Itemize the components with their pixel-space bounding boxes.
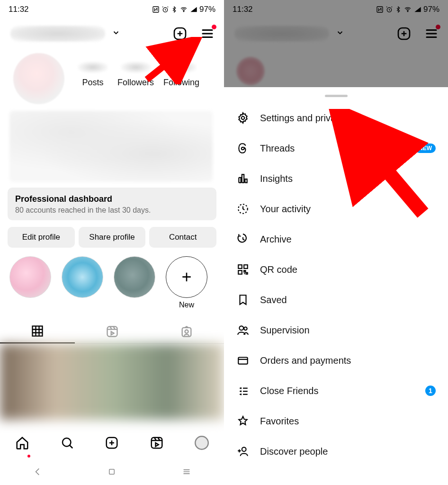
status-bar: 11:32 97% bbox=[0, 0, 224, 19]
menu-label: Supervision bbox=[260, 325, 310, 336]
menu-screen: 11:32 97% bbox=[224, 0, 448, 485]
menu-item-activity[interactable]: Your activity bbox=[224, 194, 448, 224]
svg-point-16 bbox=[407, 11, 408, 12]
svg-rect-25 bbox=[238, 358, 248, 364]
svg-point-8 bbox=[63, 438, 71, 447]
menu-label: Threads bbox=[260, 143, 295, 154]
menu-item-supervision[interactable]: Supervision bbox=[224, 315, 448, 345]
edit-profile-button[interactable]: Edit profile bbox=[8, 227, 75, 248]
highlight-3[interactable] bbox=[114, 256, 155, 298]
tab-reels[interactable] bbox=[75, 320, 150, 343]
contact-button[interactable]: Contact bbox=[149, 227, 216, 248]
status-battery: 97% bbox=[199, 5, 215, 14]
status-time: 11:32 bbox=[233, 5, 253, 14]
nav-home[interactable] bbox=[15, 436, 29, 452]
stat-following-label: Following bbox=[163, 78, 199, 88]
account-switcher-chevron-icon[interactable] bbox=[112, 28, 120, 39]
menu-item-insights[interactable]: Insights bbox=[224, 163, 448, 194]
svg-rect-21 bbox=[244, 265, 248, 269]
highlight-1[interactable] bbox=[9, 256, 51, 298]
menu-label: Your activity bbox=[260, 204, 311, 215]
svg-point-26 bbox=[242, 447, 246, 451]
count-badge: 1 bbox=[425, 386, 436, 396]
menu-label: Discover people bbox=[260, 446, 328, 457]
card-icon bbox=[236, 354, 250, 367]
sys-home[interactable] bbox=[108, 467, 116, 478]
discover-icon bbox=[236, 445, 250, 458]
stat-posts-label: Posts bbox=[82, 78, 103, 88]
story-highlights: + New bbox=[0, 248, 224, 309]
menu-label: Settings and privacy bbox=[260, 113, 345, 124]
dashboard-subtitle: 80 accounts reached in the last 30 days. bbox=[15, 206, 209, 215]
bluetooth-icon bbox=[171, 6, 178, 13]
bookmark-icon bbox=[236, 293, 250, 306]
hamburger-menu-button[interactable] bbox=[199, 26, 215, 42]
svg-point-18 bbox=[242, 117, 245, 120]
account-switcher-chevron-icon[interactable] bbox=[336, 28, 344, 39]
nav-create[interactable] bbox=[105, 436, 119, 452]
profile-action-row: Edit profile Share profile Contact bbox=[8, 227, 216, 248]
menu-item-settings-privacy[interactable]: Settings and privacy bbox=[224, 103, 448, 133]
sys-recent[interactable] bbox=[182, 467, 191, 478]
bottom-nav bbox=[0, 427, 224, 460]
avatar[interactable] bbox=[13, 53, 64, 104]
status-bar: 11:32 97% bbox=[224, 0, 448, 19]
menu-item-qr[interactable]: QR code bbox=[224, 254, 448, 285]
sheet-handle[interactable] bbox=[325, 95, 348, 97]
highlight-new[interactable]: + New bbox=[166, 256, 207, 309]
status-right: 97% bbox=[376, 5, 439, 14]
profile-tabs bbox=[0, 320, 224, 344]
menu-label: Close Friends bbox=[260, 386, 318, 396]
create-button[interactable] bbox=[396, 26, 412, 42]
wifi-icon bbox=[403, 6, 412, 13]
svg-rect-22 bbox=[238, 270, 242, 274]
alarm-icon bbox=[385, 6, 393, 13]
stat-following[interactable]: Following bbox=[163, 62, 199, 88]
svg-point-23 bbox=[239, 326, 243, 330]
post-thumbnail[interactable] bbox=[0, 344, 224, 420]
menu-item-orders[interactable]: Orders and payments bbox=[224, 345, 448, 376]
svg-point-24 bbox=[244, 327, 247, 331]
create-button[interactable] bbox=[172, 26, 188, 42]
menu-label: Orders and payments bbox=[260, 355, 351, 366]
menu-item-close-friends[interactable]: Close Friends 1 bbox=[224, 376, 448, 406]
settings-menu-list: Settings and privacy Threads NEW Insight… bbox=[224, 103, 448, 467]
nfc-icon bbox=[376, 6, 384, 13]
menu-item-favorites[interactable]: Favorites bbox=[224, 406, 448, 436]
tab-tagged[interactable] bbox=[149, 320, 224, 343]
menu-item-saved[interactable]: Saved bbox=[224, 285, 448, 315]
nav-search[interactable] bbox=[60, 436, 74, 452]
menu-item-threads[interactable]: Threads NEW bbox=[224, 133, 448, 163]
bio bbox=[9, 111, 213, 182]
professional-dashboard[interactable]: Professional dashboard 80 accounts reach… bbox=[8, 188, 216, 220]
menu-label: Insights bbox=[260, 173, 293, 184]
menu-label: Archive bbox=[260, 234, 292, 245]
share-profile-button[interactable]: Share profile bbox=[79, 227, 146, 248]
highlight-new-label: New bbox=[179, 301, 194, 309]
svg-point-7 bbox=[185, 330, 188, 333]
stat-posts[interactable]: Posts bbox=[78, 62, 108, 88]
svg-rect-12 bbox=[109, 469, 115, 475]
threads-icon bbox=[236, 142, 250, 155]
nfc-icon bbox=[152, 6, 160, 13]
tab-grid[interactable] bbox=[0, 320, 75, 343]
stat-followers-label: Followers bbox=[117, 78, 154, 88]
sys-back[interactable] bbox=[33, 467, 42, 478]
svg-rect-20 bbox=[238, 265, 242, 269]
stat-followers[interactable]: Followers bbox=[117, 62, 154, 88]
hamburger-menu-button[interactable] bbox=[423, 26, 439, 42]
nav-reels[interactable] bbox=[150, 436, 164, 452]
username[interactable] bbox=[10, 26, 105, 42]
signal-icon bbox=[414, 6, 421, 13]
menu-item-discover[interactable]: Discover people bbox=[224, 436, 448, 467]
profile-header: Posts Followers Following bbox=[0, 48, 224, 104]
username[interactable] bbox=[234, 26, 329, 42]
profile-screen: 11:32 97% bbox=[0, 0, 224, 485]
menu-item-archive[interactable]: Archive bbox=[224, 224, 448, 254]
supervision-icon bbox=[236, 323, 250, 337]
star-icon bbox=[236, 414, 250, 428]
nav-profile[interactable] bbox=[195, 436, 209, 452]
profile-topbar bbox=[0, 19, 224, 48]
highlight-2[interactable] bbox=[62, 256, 103, 298]
signal-icon bbox=[190, 6, 197, 13]
